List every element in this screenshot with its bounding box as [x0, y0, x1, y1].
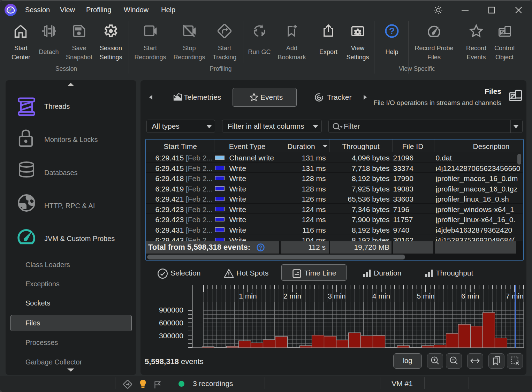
svg-text:4 min: 4 min — [372, 292, 390, 300]
svg-text:6 min: 6 min — [461, 292, 479, 300]
svg-text:900000: 900000 — [159, 306, 183, 314]
svg-text:5 min: 5 min — [417, 292, 434, 300]
svg-text:2 min: 2 min — [283, 292, 301, 300]
svg-text:7 min: 7 min — [506, 292, 524, 300]
svg-text:?: ? — [259, 244, 262, 250]
svg-text:300000: 300000 — [159, 332, 183, 340]
svg-text:1 min: 1 min — [239, 292, 257, 300]
svg-text:?: ? — [389, 26, 395, 36]
svg-text:600000: 600000 — [159, 319, 183, 327]
svg-text:3 min: 3 min — [328, 292, 345, 300]
